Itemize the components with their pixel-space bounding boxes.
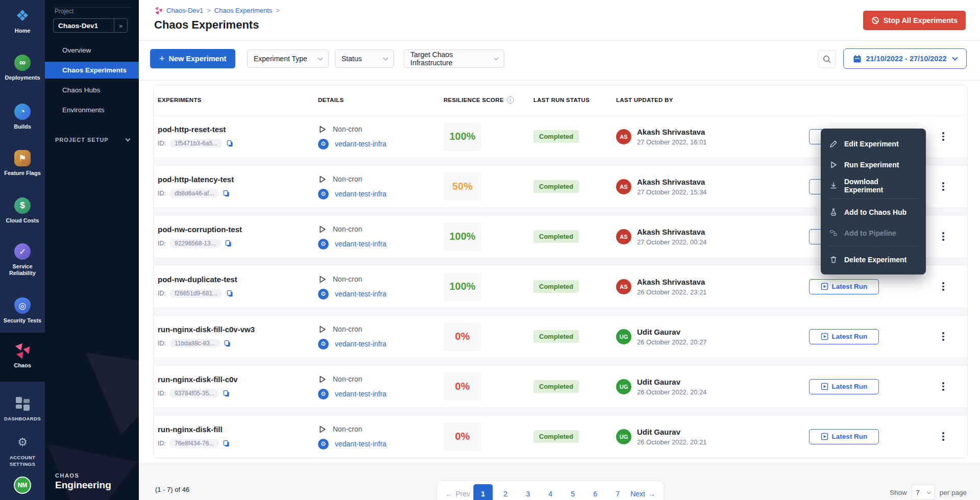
nav-chaos[interactable]: Chaos [0, 341, 45, 369]
experiment-name[interactable]: pod-http-reset-test [158, 125, 318, 134]
project-setup-toggle[interactable]: PROJECT SETUP [45, 137, 139, 143]
menu-item-label: Download Experiment [844, 178, 917, 194]
sidebar-item-label: Environments [62, 106, 105, 114]
cloud-costs-icon: $ [14, 197, 31, 214]
avatar[interactable]: NM [14, 477, 31, 494]
latest-run-button[interactable]: Latest Run [809, 429, 879, 444]
row-menu-kebab-icon[interactable] [937, 279, 950, 294]
nav-service-reliability[interactable]: ✓ Service Reliability [0, 242, 45, 277]
sidebar-item[interactable]: Chaos Hubs [45, 82, 139, 98]
experiment-name[interactable]: run-nginx-disk-fill-c0v [158, 375, 318, 384]
project-selector[interactable]: Chaos-Dev1 » [53, 18, 128, 33]
experiment-name[interactable]: pod-nw-corruption-test [158, 225, 318, 234]
page-number-button[interactable]: 2 [496, 484, 515, 500]
page-buttons: 1 2 3 4 5 6 7 [473, 484, 627, 500]
id-label: ID: [158, 190, 166, 197]
infrastructure-link[interactable]: vedant-test-infra [335, 290, 386, 298]
user-avatar-wrap[interactable]: NM [0, 477, 45, 494]
chaos-icon [14, 342, 31, 359]
copy-icon[interactable] [225, 240, 232, 247]
row-menu-kebab-icon[interactable] [937, 129, 950, 144]
user-avatar: AS [616, 179, 631, 194]
menu-run-experiment[interactable]: Run Experiment [821, 154, 926, 175]
copy-icon[interactable] [223, 390, 230, 397]
security-tests-icon: ◎ [14, 297, 31, 314]
updated-timestamp: 26 October 2022, 20:21 [637, 438, 707, 446]
infrastructure-link[interactable]: vedant-test-infra [335, 340, 386, 348]
nav-cloud-costs[interactable]: $ Cloud Costs [0, 196, 45, 224]
toolbar-divider [139, 80, 980, 81]
latest-run-button[interactable]: Latest Run [809, 329, 879, 344]
sidebar-item[interactable]: Environments [45, 102, 139, 118]
date-range-label: 21/10/2022 - 27/10/2022 [866, 55, 946, 63]
experiment-name[interactable]: run-nginx-disk-fill-c0v-vw3 [158, 325, 318, 334]
experiment-type-filter[interactable]: Experiment Type [247, 49, 329, 68]
search-button[interactable] [818, 50, 836, 68]
infrastructure-link[interactable]: vedant-test-infra [335, 390, 386, 398]
play-outline-icon [318, 325, 327, 334]
updated-timestamp: 27 October 2022, 00:24 [637, 238, 707, 246]
page-size-select[interactable]: 7 [912, 485, 935, 500]
nav-account-settings[interactable]: ⚙ ACCOUNT SETTINGS [0, 433, 45, 467]
next-page-button[interactable]: Next → [630, 490, 655, 498]
infrastructure-link[interactable]: vedant-test-infra [335, 240, 386, 248]
nav-cloud-costs-label: Cloud Costs [0, 217, 45, 224]
menu-download-experiment[interactable]: Download Experiment [821, 175, 926, 196]
prev-page-button[interactable]: ← Prev [445, 490, 470, 498]
sidebar-item[interactable]: Overview [45, 42, 139, 59]
menu-add-to-chaos-hub[interactable]: Add to Chaos Hub [821, 202, 926, 222]
nav-feature-flags[interactable]: ⚑ Feature Flags [0, 148, 45, 177]
copy-icon[interactable] [224, 340, 231, 347]
page-number-button[interactable]: 1 [473, 484, 493, 500]
col-details: DETAILS [318, 97, 444, 103]
experiment-name[interactable]: run-nginx-disk-fill [158, 425, 318, 434]
copy-icon[interactable] [223, 440, 230, 447]
updated-timestamp: 27 October 2022, 15:34 [637, 188, 707, 196]
stop-all-experiments-button[interactable]: Stop All Experiments [863, 11, 966, 30]
page-number-button[interactable]: 5 [563, 484, 582, 500]
collapse-sidebar-icon[interactable]: » [114, 19, 127, 32]
infrastructure-link[interactable]: vedant-test-infra [335, 440, 386, 448]
copy-icon[interactable] [226, 140, 234, 147]
menu-delete-experiment[interactable]: Delete Experiment [821, 249, 926, 270]
breadcrumb-project-link[interactable]: Chaos-Dev1 [166, 7, 203, 14]
sidebar-item[interactable]: Chaos Experiments [45, 62, 139, 79]
page-number-button[interactable]: 6 [585, 484, 605, 500]
status-filter[interactable]: Status [335, 49, 394, 68]
schedule-type: Non-cron [333, 225, 362, 233]
infrastructure-link[interactable]: vedant-test-infra [335, 190, 386, 198]
row-menu-kebab-icon[interactable] [937, 179, 950, 194]
copy-icon[interactable] [223, 190, 230, 197]
nav-deployments[interactable]: ∞ Deployments [0, 53, 45, 81]
page-number-button[interactable]: 7 [608, 484, 627, 500]
target-infrastructure-filter[interactable]: Target Chaos Infrastructure [404, 49, 504, 68]
row-menu-kebab-icon[interactable] [937, 229, 950, 244]
date-range-picker[interactable]: 21/10/2022 - 27/10/2022 [843, 48, 967, 69]
nav-dashboards[interactable]: DASHBOARDS [0, 394, 45, 422]
project-name: Chaos-Dev1 [54, 22, 114, 30]
latest-run-button[interactable]: Latest Run [809, 379, 879, 394]
latest-run-button[interactable]: Latest Run [809, 279, 879, 294]
menu-edit-experiment[interactable]: Edit Experiment [821, 133, 926, 154]
page-number-button[interactable]: 4 [541, 484, 560, 500]
prohibit-icon [871, 16, 879, 24]
id-label: ID: [158, 340, 166, 347]
nav-security-tests[interactable]: ◎ Security Tests [0, 296, 45, 324]
id-label: ID: [158, 440, 166, 447]
info-icon[interactable]: i [507, 96, 514, 104]
infrastructure-link[interactable]: vedant-test-infra [335, 140, 386, 148]
nav-builds[interactable]: ◔ Builds [0, 102, 45, 130]
user-avatar: AS [616, 279, 631, 294]
row-menu-kebab-icon[interactable] [937, 379, 950, 394]
row-menu-kebab-icon[interactable] [937, 329, 950, 344]
new-experiment-button[interactable]: + New Experiment [150, 49, 235, 68]
copy-icon[interactable] [226, 290, 234, 297]
experiment-name[interactable]: pod-http-latency-test [158, 175, 318, 184]
col-last-run-status: LAST RUN STATUS [533, 97, 616, 103]
experiment-name[interactable]: pod-nw-duplicate-test [158, 275, 318, 284]
page-number-button[interactable]: 3 [518, 484, 537, 500]
breadcrumb-page-link[interactable]: Chaos Experiments [214, 7, 272, 14]
schedule-type: Non-cron [333, 275, 362, 283]
nav-home[interactable]: ❖ Home [0, 6, 45, 34]
row-menu-kebab-icon[interactable] [937, 429, 950, 444]
